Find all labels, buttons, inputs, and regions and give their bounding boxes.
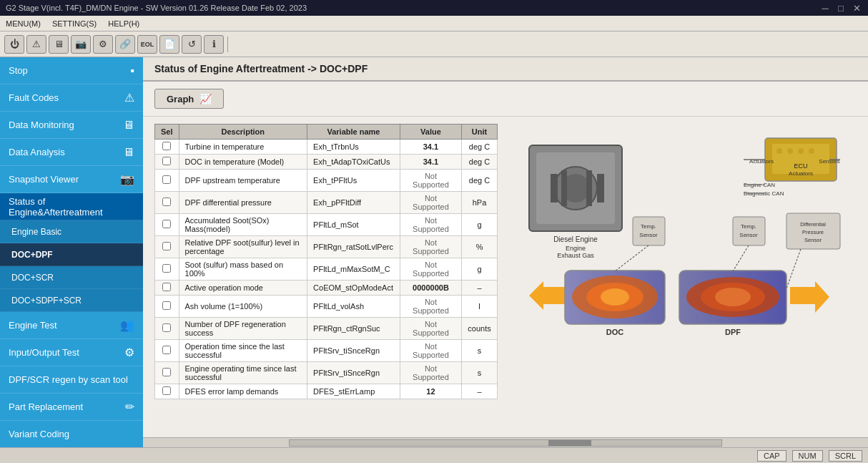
table-row: Active operation mode CoEOM_stOpModeAct … [155,281,498,296]
sidebar-item-fault-codes[interactable]: Fault Codes ⚠ [0,84,143,112]
svg-rect-7 [597,174,604,203]
row-unit: l [462,296,498,318]
bottom-scrollbar[interactable] [143,437,868,447]
close-button[interactable]: ✕ [851,3,862,14]
sidebar: Stop ▪ Fault Codes ⚠ Data Monitoring 🖥 D… [0,57,143,447]
restore-button[interactable]: □ [835,3,847,14]
menu-item-help[interactable]: HELP(H) [107,19,141,28]
row-checkbox-2[interactable] [162,175,171,184]
eol-button[interactable]: EOL [137,35,157,54]
svg-text:Pressure: Pressure [802,229,824,235]
h-scroll-thumb[interactable] [548,440,591,446]
h-scroll-track[interactable] [289,439,722,447]
svg-line-52 [733,245,749,271]
sidebar-item-fault-codes-label: Fault Codes [9,92,59,103]
table-row: DFES error lamp demands DFES_stErrLamp 1… [155,384,498,399]
warning-button[interactable]: ⚠ [26,35,46,54]
row-checkbox-8[interactable] [162,301,171,310]
main-layout: Stop ▪ Fault Codes ⚠ Data Monitoring 🖥 D… [0,57,868,447]
power-button[interactable]: ⏻ [4,35,24,54]
row-variable: CoEOM_stOpModeAct [307,281,400,296]
sidebar-item-data-analysis[interactable]: Data Analysis 🖥 [0,139,143,166]
row-checkbox-6[interactable] [162,264,171,273]
svg-point-14 [787,148,793,154]
col-variable-name: Variable name [307,125,400,140]
row-checkbox-3[interactable] [162,198,171,206]
sidebar-item-dpf-scr-regen[interactable]: DPF/SCR regen by scan tool [0,366,143,394]
table-row: Accumulated Soot(SOx) Mass(model) PFltLd… [155,214,498,236]
table-row: Number of DPF regeneration success PFltR… [155,318,498,340]
row-unit: s [462,362,498,384]
row-variable: Exh_tAdapTOxiCatUs [307,155,400,170]
sidebar-item-data-monitoring-label: Data Monitoring [9,120,74,130]
row-unit: s [462,340,498,362]
sidebar-sub-item-doc-dpf[interactable]: DOC+DPF [0,243,143,266]
info-button[interactable]: ℹ [204,35,224,54]
row-unit: deg C [462,170,498,192]
graph-button[interactable]: Graph 📈 [154,89,224,109]
doc-button[interactable]: 📄 [159,35,179,54]
svg-text:Sensor: Sensor [739,232,758,238]
sidebar-item-variant-coding[interactable]: Variant Coding [0,421,143,447]
row-description: DPF upstream temperature [179,170,307,192]
row-variable: PFltLd_volAsh [307,296,400,318]
sidebar-item-data-monitoring[interactable]: Data Monitoring 🖥 [0,112,143,139]
checkbox-cell [155,214,179,236]
data-analysis-icon: 🖥 [123,146,134,159]
settings-button[interactable]: ⚙ [93,35,113,54]
menu-item-menu[interactable]: MENU(M) [4,19,42,28]
snapshot-icon: 📷 [120,172,134,186]
sidebar-item-stop[interactable]: Stop ▪ [0,57,143,84]
minimize-button[interactable]: ─ [819,3,831,14]
row-checkbox-9[interactable] [162,323,171,332]
row-value: 34.1 [400,155,461,170]
graph-area: Graph 📈 [143,82,868,117]
table-row: Engine operating time since last success… [155,362,498,384]
row-checkbox-5[interactable] [162,242,171,250]
table-row: DPF upstream temperature Exh_tPFltUs Not… [155,170,498,192]
table-container: Sel Description Variable name Value Unit… [143,117,868,437]
diagram-area: Diesel Engine Engine Exhaust Gas ECU Act… [509,124,857,430]
svg-text:Actuators: Actuators [789,170,813,177]
scrl-indicator: SCRL [829,450,862,462]
sidebar-item-engine-test[interactable]: Engine Test 👥 [0,312,143,339]
checkbox-cell [155,236,179,258]
svg-point-42 [601,288,629,306]
sidebar-sub-item-doc-sdpf-scr[interactable]: DOC+SDPF+SCR [0,289,143,312]
checkbox-cell [155,155,179,170]
row-checkbox-10[interactable] [162,346,171,354]
sidebar-item-io-test[interactable]: Input/Output Test ⚙ [0,339,143,366]
menu-item-settings[interactable]: SETTING(S) [51,19,98,28]
row-variable: PFltSrv_tiSnceRgn [307,340,400,362]
menu-bar: MENU(M) SETTING(S) HELP(H) [0,16,868,31]
row-unit: – [462,384,498,399]
network-button[interactable]: 🔗 [115,35,135,54]
row-checkbox-11[interactable] [162,368,171,376]
sidebar-item-snapshot-viewer[interactable]: Snapshot Viewer 📷 [0,166,143,193]
row-checkbox-1[interactable] [162,157,171,165]
row-value: Not Supported [400,192,461,214]
sidebar-sub-item-engine-basic[interactable]: Engine Basic [0,220,143,243]
svg-line-53 [786,249,801,288]
graph-chart-icon: 📈 [199,93,212,104]
status-bar: CAP NUM SCRL [0,447,868,463]
camera-button[interactable]: 📷 [71,35,91,54]
checkbox-cell [155,384,179,399]
window-controls: ─ □ ✕ [819,3,862,14]
checkbox-cell [155,192,179,214]
row-variable: Exh_tTrbnUs [307,140,400,155]
row-checkbox-0[interactable] [162,142,171,150]
status-right: CAP NUM SCRL [757,450,862,462]
table-row: DOC in temperature (Model) Exh_tAdapTOxi… [155,155,498,170]
sidebar-item-part-replacement[interactable]: Part Replacement ✏ [0,394,143,421]
sidebar-sub-item-doc-scr-label: DOC+SCR [11,273,54,283]
sidebar-sub-item-doc-scr[interactable]: DOC+SCR [0,266,143,289]
row-unit: counts [462,318,498,340]
row-checkbox-4[interactable] [162,220,171,228]
refresh-button[interactable]: ↺ [182,35,202,54]
row-checkbox-7[interactable] [162,283,171,291]
monitor-button[interactable]: 🖥 [49,35,69,54]
row-checkbox-12[interactable] [162,386,171,395]
checkbox-cell [155,296,179,318]
sidebar-item-status-engine[interactable]: Status of Engine&Aftertreatment [0,193,143,220]
